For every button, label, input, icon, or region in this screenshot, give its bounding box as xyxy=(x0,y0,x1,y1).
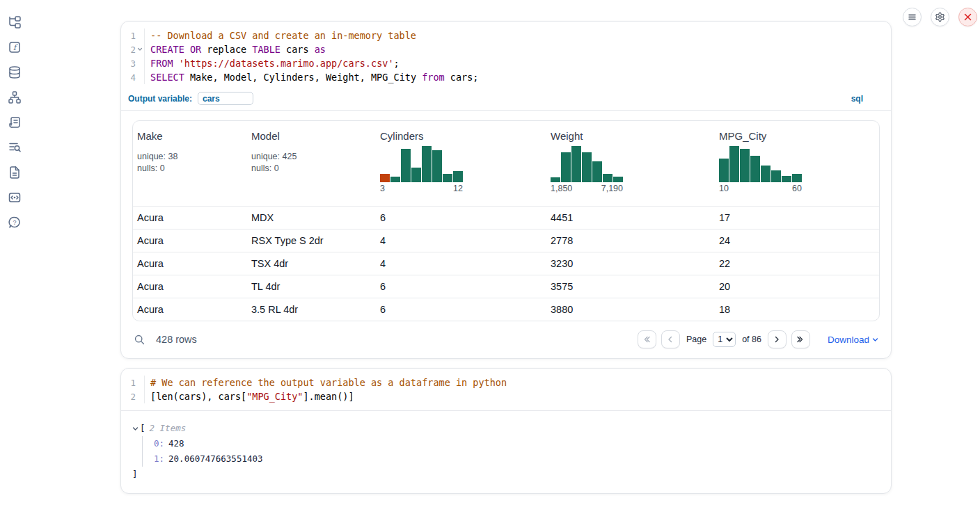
code-text: SELECT Make, Model, Cylinders, Weight, M… xyxy=(145,72,478,83)
histogram-bar[interactable] xyxy=(792,174,802,182)
sql-output-area: Makeunique: 38nulls: 0Modelunique: 425nu… xyxy=(121,111,891,358)
logs-icon[interactable] xyxy=(7,140,22,154)
code-line[interactable]: 3FROM 'https://datasets.marimo.app/cars.… xyxy=(121,56,891,70)
histogram-bar[interactable] xyxy=(401,149,411,182)
snippets-icon[interactable] xyxy=(7,191,22,204)
column-header-weight[interactable]: Weight1,8507,190 xyxy=(546,121,715,206)
svg-text:?: ? xyxy=(13,219,16,226)
histogram-bar[interactable] xyxy=(443,174,452,182)
last-page-button[interactable] xyxy=(791,330,810,348)
column-histogram[interactable] xyxy=(719,146,802,182)
histogram-bar[interactable] xyxy=(719,159,729,182)
tree-entry: 0:428 xyxy=(154,436,880,451)
chevron-down-icon[interactable] xyxy=(132,426,139,432)
code-line[interactable]: 4SELECT Make, Model, Cylinders, Weight, … xyxy=(121,70,891,84)
output-variable-input[interactable] xyxy=(198,92,253,105)
table-header: Makeunique: 38nulls: 0Modelunique: 425nu… xyxy=(133,121,879,206)
file-tree-icon[interactable] xyxy=(7,15,22,29)
code-text: CREATE OR replace TABLE cars as xyxy=(145,44,326,55)
python-code-editor[interactable]: 1# We can reference the output variable … xyxy=(121,369,891,411)
histogram-bar[interactable] xyxy=(432,150,442,182)
sql-code-editor[interactable]: 1-- Download a CSV and create an in-memo… xyxy=(121,22,891,90)
table-cell: Acura xyxy=(133,304,247,315)
menu-icon[interactable] xyxy=(903,8,922,26)
scratchpad-icon[interactable] xyxy=(7,115,22,129)
histogram-bar[interactable] xyxy=(551,177,560,182)
documentation-icon[interactable] xyxy=(7,166,22,179)
function-icon[interactable]: f xyxy=(7,40,22,54)
output-variable-label: Output variable: xyxy=(128,94,192,104)
column-name: Cylinders xyxy=(380,130,542,142)
column-name: Model xyxy=(251,130,372,142)
table-cell: TL 4dr xyxy=(247,281,376,292)
page-select[interactable]: 1 xyxy=(713,332,736,347)
python-output: [ 2 Items 0:4281:20.060747663551403 ] xyxy=(121,411,891,493)
column-name: MPG_City xyxy=(719,130,875,142)
total-pages-label: of 86 xyxy=(742,335,761,344)
row-count: 428 rows xyxy=(156,334,197,345)
histogram-bar[interactable] xyxy=(603,174,612,182)
tree-entry-value: 428 xyxy=(168,438,184,449)
histogram-bar[interactable] xyxy=(561,152,571,182)
data-table: Makeunique: 38nulls: 0Modelunique: 425nu… xyxy=(132,120,880,321)
search-icon[interactable] xyxy=(134,333,146,346)
column-header-make[interactable]: Makeunique: 38nulls: 0 xyxy=(133,121,247,206)
line-number-gutter: 1 xyxy=(121,376,145,389)
line-number-gutter: 4 xyxy=(121,70,145,84)
histogram-bar[interactable] xyxy=(729,146,739,182)
table-cell: 6 xyxy=(376,304,546,315)
histogram-bar[interactable] xyxy=(740,149,750,182)
histogram-bar[interactable] xyxy=(761,166,770,182)
prev-page-button[interactable] xyxy=(661,330,680,348)
column-header-cylinders[interactable]: Cylinders312 xyxy=(376,121,546,206)
table-row: AcuraTSX 4dr4323022 xyxy=(133,252,879,275)
column-header-model[interactable]: Modelunique: 425nulls: 0 xyxy=(247,121,376,206)
code-text: FROM 'https://datasets.marimo.app/cars.c… xyxy=(145,58,400,69)
download-button[interactable]: Download xyxy=(828,335,878,345)
help-icon[interactable]: ? xyxy=(7,216,22,230)
table-cell: 3575 xyxy=(546,281,715,292)
table-cell: TSX 4dr xyxy=(247,258,376,269)
code-line[interactable]: 1# We can reference the output variable … xyxy=(121,376,891,389)
line-number-gutter: 2 xyxy=(121,42,145,56)
histogram-bar[interactable] xyxy=(411,168,421,182)
fold-chevron-icon[interactable] xyxy=(136,45,144,54)
tree-root-row[interactable]: [ 2 Items xyxy=(132,421,880,436)
histogram-bar[interactable] xyxy=(782,176,791,182)
column-histogram[interactable] xyxy=(551,146,623,182)
code-line[interactable]: 2CREATE OR replace TABLE cars as xyxy=(121,42,891,56)
table-cell: 4 xyxy=(376,235,546,246)
histogram-bar[interactable] xyxy=(771,170,781,182)
line-number-gutter: 1 xyxy=(121,29,145,42)
histogram-bar[interactable] xyxy=(613,177,623,182)
code-line[interactable]: 1-- Download a CSV and create an in-memo… xyxy=(121,29,891,42)
column-header-mpg_city[interactable]: MPG_City1060 xyxy=(715,121,879,206)
table-footer: 428 rows Page 1 of 86 xyxy=(132,330,880,350)
first-page-button[interactable] xyxy=(638,330,656,348)
bracket-close: ] xyxy=(132,467,880,482)
shutdown-icon[interactable] xyxy=(958,8,977,26)
dependency-graph-icon[interactable] xyxy=(7,90,22,104)
table-body: AcuraMDX6445117AcuraRSX Type S 2dr427782… xyxy=(133,206,879,321)
histogram-bar[interactable] xyxy=(571,146,581,182)
histogram-bar[interactable] xyxy=(453,171,463,182)
sql-cell: 1-- Download a CSV and create an in-memo… xyxy=(120,21,892,359)
histogram-bar[interactable] xyxy=(380,174,390,182)
table-cell: Acura xyxy=(133,235,247,246)
histogram-bar[interactable] xyxy=(592,161,602,182)
settings-icon[interactable] xyxy=(931,8,949,26)
histogram-bar[interactable] xyxy=(582,152,592,182)
next-page-button[interactable] xyxy=(768,330,787,348)
histogram-bar[interactable] xyxy=(390,177,400,182)
table-cell: 4 xyxy=(376,258,546,269)
table-cell: 3880 xyxy=(546,304,715,315)
histogram-bar[interactable] xyxy=(422,146,432,182)
histogram-bar[interactable] xyxy=(750,156,760,182)
page-label: Page xyxy=(686,335,706,344)
database-icon[interactable] xyxy=(7,65,22,79)
table-cell: 18 xyxy=(715,304,879,315)
table-row: AcuraTL 4dr6357520 xyxy=(133,275,879,298)
table-cell: 24 xyxy=(715,235,879,246)
code-line[interactable]: 2[len(cars), cars["MPG_City"].mean()] xyxy=(121,389,891,403)
column-histogram[interactable] xyxy=(380,146,463,182)
